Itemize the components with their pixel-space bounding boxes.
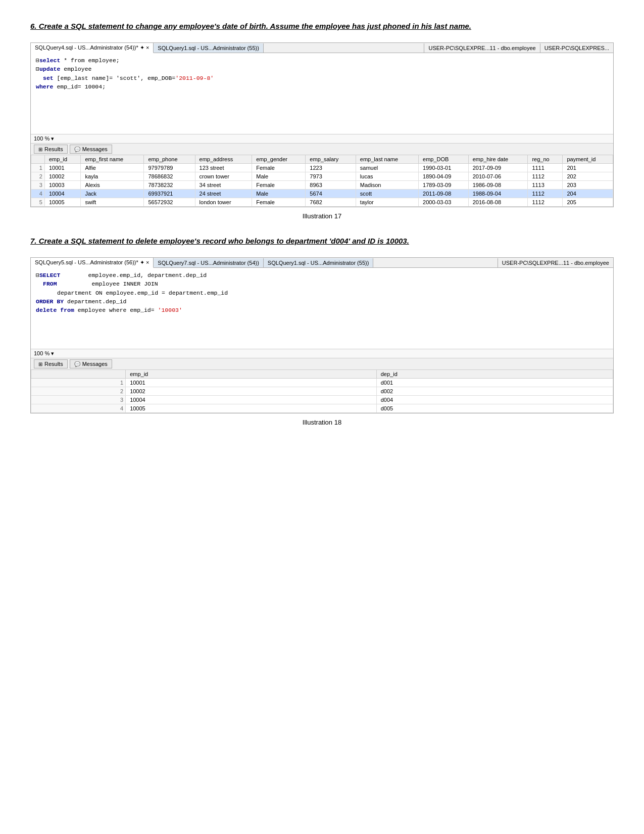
tab-active-2[interactable]: SQLQuery5.sql - US...Administrator (56))…	[31, 258, 154, 268]
zoom-bar-1[interactable]: 100 % ▾	[31, 134, 613, 143]
zoom-level-1[interactable]: 100 % ▾	[34, 135, 54, 142]
results-label-2: Results	[44, 361, 63, 367]
table-row: 410004Jack6993792124 streetMale5674scott…	[31, 190, 613, 198]
table-cell: 34 street	[195, 181, 252, 190]
table-cell: kayla	[81, 172, 144, 181]
results-label-1: Results	[44, 146, 63, 152]
table-cell: 10003	[44, 181, 80, 190]
table-cell: 10004	[126, 396, 377, 404]
row-num-cell: 2	[31, 172, 45, 181]
table-cell: samuel	[356, 164, 418, 172]
illustration-2: Illustration 18	[30, 419, 614, 426]
table-cell: 97979789	[144, 164, 195, 172]
table-row: 110001d001	[31, 379, 613, 387]
table-cell: 10002	[44, 172, 80, 181]
tab-bar-1: SQLQuery4.sql - US...Administrator (54))…	[31, 43, 613, 53]
table-cell: 123 street	[195, 164, 252, 172]
sql-code-area-2[interactable]: ⊟SELECT employee.emp_id, department.dep_…	[31, 268, 613, 349]
tab-right-1: USER-PC\SQLEXPRE...11 - dbo.employee	[424, 43, 539, 53]
results-table-1: emp_id emp_first name emp_phone emp_addr…	[31, 155, 613, 207]
messages-tab-1[interactable]: 💬 Messages	[70, 145, 112, 154]
table-cell: 201	[563, 164, 613, 172]
table-cell: 1986-09-08	[468, 181, 528, 190]
table-cell: 24 street	[195, 190, 252, 198]
section1-heading: 6. Create a SQL statement to change any …	[30, 20, 614, 32]
table-cell: 1112	[528, 190, 563, 198]
table-cell: 5674	[306, 190, 356, 198]
tab-bar-2: SQLQuery5.sql - US...Administrator (56))…	[31, 258, 613, 268]
table-cell: 1112	[528, 172, 563, 181]
col-header-phone: emp_phone	[144, 155, 195, 164]
table-cell: Male	[252, 172, 306, 181]
table-cell: 1990-03-01	[419, 164, 469, 172]
table-cell: swift	[81, 198, 144, 207]
results-wrapper-1: emp_id emp_first name emp_phone emp_addr…	[31, 155, 613, 207]
tab-2-2[interactable]: SQLQuery7.sql - US...Administrator (54))	[154, 258, 264, 267]
table-row: 210002kayla78686832crown towerMale7973lu…	[31, 172, 613, 181]
table-cell: 1112	[528, 198, 563, 207]
table-cell: d004	[376, 396, 613, 404]
table-cell: 7973	[306, 172, 356, 181]
row-num-cell: 1	[31, 164, 45, 172]
tab-2-1[interactable]: SQLQuery1.sql - US...Administrator (55))	[154, 43, 264, 53]
table-cell: 78738232	[144, 181, 195, 190]
row-num-cell: 1	[31, 379, 126, 387]
messages-tab-2[interactable]: 💬 Messages	[70, 359, 112, 368]
table-cell: 10001	[44, 164, 80, 172]
table-cell: 56572932	[144, 198, 195, 207]
col2-header-rownum	[31, 370, 126, 379]
table-row: 510005swift56572932london towerFemale768…	[31, 198, 613, 207]
col-header-hire-date: emp_hire date	[468, 155, 528, 164]
tab-3-2[interactable]: SQLQuery1.sql - US...Administrator (55))	[264, 258, 374, 267]
results-tab-1[interactable]: ⊞ Results	[34, 145, 68, 154]
results-tab-2[interactable]: ⊞ Results	[34, 359, 68, 368]
sql-code-area-1[interactable]: ⊟select * from employee; ⊟update employe…	[31, 53, 613, 134]
messages-icon-1: 💬	[74, 147, 80, 152]
table-cell: 10002	[126, 387, 377, 396]
col2-header-dep-id: dep_id	[376, 370, 613, 379]
table-cell: 1988-09-04	[468, 190, 528, 198]
table-cell: 10004	[44, 190, 80, 198]
results-tabs-1: ⊞ Results 💬 Messages	[31, 143, 613, 155]
table-row: 110001Alfie97979789123 streetFemale1223s…	[31, 164, 613, 172]
table-cell: Female	[252, 164, 306, 172]
col-header-payment: payment_id	[563, 155, 613, 164]
table-cell: Female	[252, 181, 306, 190]
table-cell: d002	[376, 387, 613, 396]
results-table-2: emp_id dep_id 110001d001210002d002310004…	[31, 369, 613, 413]
table-cell: 69937921	[144, 190, 195, 198]
sql-window-1: SQLQuery4.sql - US...Administrator (54))…	[30, 42, 614, 207]
section2-heading: 7. Create a SQL statement to delete empl…	[30, 235, 614, 247]
col-header-dob: emp_DOB	[419, 155, 469, 164]
table-cell: 10005	[44, 198, 80, 207]
table-cell: 8963	[306, 181, 356, 190]
table-cell: london tower	[195, 198, 252, 207]
table-cell: 2016-08-08	[468, 198, 528, 207]
table-icon-2: ⊞	[38, 361, 42, 367]
messages-icon-2: 💬	[74, 361, 80, 367]
zoom-level-2[interactable]: 100 % ▾	[34, 350, 54, 357]
row-num-cell: 2	[31, 387, 126, 396]
row-num-cell: 4	[31, 190, 45, 198]
zoom-bar-2[interactable]: 100 % ▾	[31, 349, 613, 358]
table-cell: 203	[563, 181, 613, 190]
col2-header-emp-id: emp_id	[126, 370, 377, 379]
sql-window-2: SQLQuery5.sql - US...Administrator (56))…	[30, 257, 614, 413]
col-header-reg: reg_no	[528, 155, 563, 164]
table-cell: crown tower	[195, 172, 252, 181]
table-cell: 202	[563, 172, 613, 181]
table-row: 210002d002	[31, 387, 613, 396]
results-wrapper-2: emp_id dep_id 110001d001210002d002310004…	[31, 369, 613, 413]
row-num-cell: 3	[31, 396, 126, 404]
table-cell: 10001	[126, 379, 377, 387]
table-cell: Male	[252, 190, 306, 198]
table-row: 310003Alexis7873823234 streetFemale8963M…	[31, 181, 613, 190]
table-cell: 1890-04-09	[419, 172, 469, 181]
row-num-cell: 3	[31, 181, 45, 190]
table-cell: 2010-07-06	[468, 172, 528, 181]
messages-label-2: Messages	[82, 361, 108, 367]
tab-active-1[interactable]: SQLQuery4.sql - US...Administrator (54))…	[31, 43, 154, 53]
table-cell: 7682	[306, 198, 356, 207]
results-tabs-2: ⊞ Results 💬 Messages	[31, 358, 613, 369]
col-header-first-name: emp_first name	[81, 155, 144, 164]
